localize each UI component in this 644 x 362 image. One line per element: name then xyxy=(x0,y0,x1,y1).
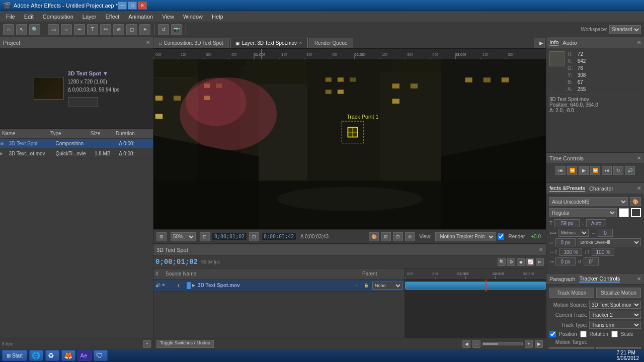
render-checkbox[interactable] xyxy=(498,233,504,240)
tc-skip-start[interactable]: ⏮ xyxy=(555,166,566,175)
menu-animation[interactable]: Animation xyxy=(124,13,157,21)
tl-search-btn[interactable]: 🔍 xyxy=(498,258,506,266)
vscale-input[interactable] xyxy=(592,248,614,256)
effects-tab-char[interactable]: Character xyxy=(589,186,613,192)
layer-expand-0[interactable]: ▶ xyxy=(192,283,196,288)
stroke-width-input[interactable] xyxy=(555,238,576,246)
tc-play[interactable]: ▶ xyxy=(579,166,589,175)
color-swatch-2[interactable] xyxy=(631,208,641,217)
eraser-tool[interactable]: ◻ xyxy=(126,24,137,35)
menu-view[interactable]: View xyxy=(158,13,178,21)
auto-input[interactable] xyxy=(586,219,606,227)
viewer-fit-btn[interactable]: ⊞ xyxy=(156,232,167,241)
project-panel-close[interactable]: ✕ xyxy=(146,40,150,45)
tl-key-btn[interactable]: ◆ xyxy=(517,258,525,266)
channels-btn[interactable]: ⊕ xyxy=(405,232,415,241)
info-tab-info[interactable]: Info xyxy=(549,39,558,46)
info-tab-audio[interactable]: Audio xyxy=(562,40,577,46)
menu-window[interactable]: Window xyxy=(179,13,207,21)
rect-tool[interactable]: ▭ xyxy=(48,24,59,35)
rotation-checkbox[interactable] xyxy=(580,331,587,337)
viewer-canvas[interactable]: Track Point 1 xyxy=(153,59,546,229)
time-controls-close[interactable]: ✕ xyxy=(637,155,641,161)
menu-effect[interactable]: Effect xyxy=(101,13,123,21)
puppet-tool[interactable]: ✦ xyxy=(139,24,150,35)
effects-panel-close[interactable]: ✕ xyxy=(637,186,641,191)
playhead[interactable] xyxy=(486,280,487,292)
timeline-close[interactable]: ✕ xyxy=(539,247,543,252)
layer-solo-0[interactable]: ○ xyxy=(355,283,362,288)
paragraph-tab[interactable]: Paragraph xyxy=(549,276,575,282)
toggle-switches-btn[interactable]: Toggle Switches / Modes xyxy=(156,340,214,348)
menu-help[interactable]: Help xyxy=(208,13,227,21)
font-size-input[interactable] xyxy=(554,219,580,227)
scale-checkbox[interactable] xyxy=(611,331,618,337)
tab-layer-close[interactable]: ✕ xyxy=(299,41,302,45)
tl-zoom-in[interactable]: + xyxy=(525,340,533,348)
menu-composition[interactable]: Composition xyxy=(39,13,77,21)
current-time-input[interactable]: 0;00;01;02 xyxy=(212,233,247,240)
tab-layer[interactable]: ▣ Layer: 3D Text Spot.mov ✕ xyxy=(230,38,308,48)
position-checkbox[interactable] xyxy=(549,331,556,337)
close-button[interactable]: ✕ xyxy=(138,2,147,10)
indent-input[interactable] xyxy=(555,257,576,265)
track-motion-btn[interactable]: Track Motion xyxy=(549,288,594,298)
timeline-zoom-slider[interactable] xyxy=(482,342,523,345)
brush-tool[interactable]: ✏ xyxy=(100,24,111,35)
view-dropdown[interactable]: Motion Tracker Points xyxy=(435,232,496,241)
tracker-tab[interactable]: Tracker Controls xyxy=(579,276,620,283)
viewer-expand-btn[interactable]: ▶ xyxy=(534,38,545,48)
new-comp-btn[interactable]: + xyxy=(143,340,151,348)
stabilize-motion-btn[interactable]: Stabilize Motion xyxy=(596,288,641,298)
tl-graph-btn[interactable]: 📈 xyxy=(526,258,534,266)
font-color-btn[interactable]: 🎨 xyxy=(630,197,641,206)
style-dropdown[interactable]: Regular xyxy=(549,208,617,217)
tab-composition[interactable]: □ Composition: 3D Text Spot xyxy=(153,38,229,48)
rotate-input[interactable] xyxy=(584,257,599,265)
tc-audio[interactable]: 🔊 xyxy=(625,166,635,175)
clone-tool[interactable]: ⊕ xyxy=(113,24,124,35)
tracker-panel-close[interactable]: ✕ xyxy=(637,276,641,282)
tl-nav-right[interactable]: ▶ xyxy=(535,340,543,348)
taskbar-recycle[interactable]: ♻ xyxy=(45,350,59,361)
pen-tool[interactable]: ✒ xyxy=(74,24,85,35)
layer-row-0[interactable]: 🔊 👁 1 ▶ 3D Text Spot.mov ○ xyxy=(153,280,405,292)
mask-btn[interactable]: ⊟ xyxy=(393,232,403,241)
rotate-tool[interactable]: ↺ xyxy=(158,24,169,35)
layer-name-0[interactable]: 3D Text Spot.mov xyxy=(198,283,240,288)
menu-edit[interactable]: Edit xyxy=(20,13,38,21)
tab-render[interactable]: Render Queue xyxy=(309,38,353,48)
track-area[interactable]: 00f 30f 01:30f 02:00f 02:30f 03:00f xyxy=(405,268,546,338)
hscale-input[interactable] xyxy=(559,248,582,256)
start-button[interactable]: ⊞ Start xyxy=(2,350,27,361)
taskbar-firefox[interactable]: 🦊 xyxy=(61,350,75,361)
layer-lock-0[interactable]: 🔒 xyxy=(364,283,371,288)
track-bar-0[interactable] xyxy=(405,282,546,290)
layer-video-icon[interactable]: 👁 xyxy=(162,283,166,288)
track-type-dropdown[interactable]: Transform xyxy=(589,321,641,329)
taskbar-ae[interactable]: Ae xyxy=(77,350,92,361)
tl-zoom-out[interactable]: − xyxy=(472,340,480,348)
effects-tab-fx[interactable]: fects &Presets xyxy=(549,185,585,192)
tl-settings-btn[interactable]: ⚙ xyxy=(507,258,515,266)
tl-nav-left[interactable]: ◀ xyxy=(462,340,470,348)
color-picker-btn[interactable]: 🎨 xyxy=(369,232,379,241)
timeline-current-time[interactable]: 0;00;01;02 xyxy=(155,258,198,266)
tc-loop[interactable]: ↻ xyxy=(613,166,623,175)
text-tool[interactable]: T xyxy=(87,24,98,35)
select-tool[interactable]: ↖ xyxy=(16,24,27,35)
ellipse-tool[interactable]: ○ xyxy=(61,24,72,35)
maximize-button[interactable]: □ xyxy=(128,2,137,10)
stroke-dropdown[interactable]: Stroke OverFill xyxy=(578,238,641,246)
font-dropdown[interactable]: Arial UnicodeMS xyxy=(549,197,628,206)
viewer-btn2[interactable]: ⊡ xyxy=(200,232,210,241)
menu-layer[interactable]: Layer xyxy=(78,13,101,21)
layer-audio-icon[interactable]: 🔊 xyxy=(155,283,160,288)
color-swatch-1[interactable] xyxy=(619,208,629,217)
zoom-tool[interactable]: 🔍 xyxy=(29,24,40,35)
metrics-dropdown[interactable]: Metrics xyxy=(558,229,589,237)
camera-tool[interactable]: 📷 xyxy=(171,24,182,35)
taskbar-shield[interactable]: 🛡 xyxy=(94,350,108,361)
current-track-dropdown[interactable]: Tracker 2 xyxy=(589,311,641,319)
tc-prev-frame[interactable]: ⏪ xyxy=(567,166,577,175)
